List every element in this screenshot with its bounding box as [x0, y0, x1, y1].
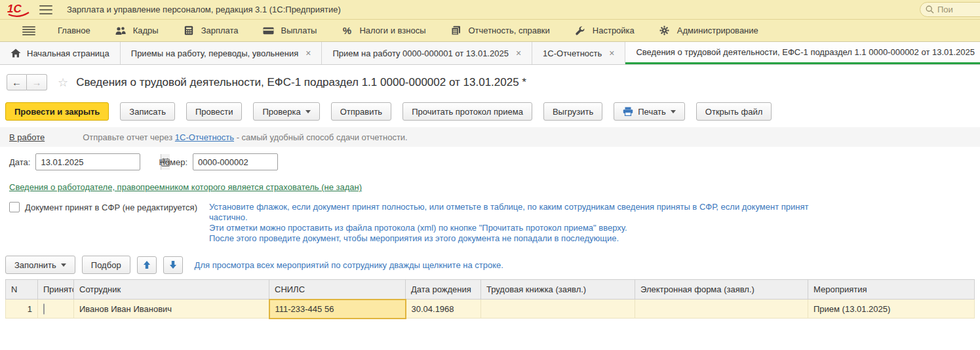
tab-home[interactable]: Начальная страница: [0, 42, 121, 64]
menu-item-staff[interactable]: Кадры: [104, 20, 169, 42]
read-protocol-button[interactable]: Прочитать протокол приема: [402, 102, 532, 121]
fill-menu-button[interactable]: Заполнить: [5, 256, 75, 274]
number-field-wrap: [193, 153, 278, 170]
menu-item-salary[interactable]: Зарплата: [172, 20, 249, 42]
menu-item-settings[interactable]: Настройка: [563, 20, 645, 42]
table-row[interactable]: 1 Иванов Иван Иванович 111-233-445 56 30…: [6, 300, 975, 319]
hint-suffix: - самый удобный способ сдачи отчетности.: [234, 132, 408, 142]
check-menu-button[interactable]: Проверка: [253, 102, 319, 121]
accepted-checkbox[interactable]: [9, 202, 20, 212]
pick-button[interactable]: Подбор: [82, 256, 130, 274]
hint-prefix: Отправьте отчет через: [83, 132, 175, 142]
tab-label: Начальная страница: [27, 49, 109, 58]
send-hint-text: Отправьте отчет через 1С-Отчетность - са…: [83, 132, 408, 142]
cell-electronic-form[interactable]: [635, 300, 808, 319]
home-icon: [10, 49, 21, 58]
menu-label: Кадры: [133, 26, 159, 35]
info-line: частично.: [209, 212, 808, 223]
percent-icon: %: [340, 25, 353, 36]
menu-item-reports[interactable]: Отчетность, справки: [439, 20, 560, 42]
chevron-down-icon: [671, 110, 676, 113]
accepted-row: Документ принят в СФР (не редактируется)…: [0, 196, 980, 246]
main-menu-icon[interactable]: [39, 5, 52, 14]
chevron-down-icon: [61, 263, 66, 267]
arrow-up-icon: [143, 260, 151, 269]
send-button[interactable]: Отправить: [331, 102, 391, 121]
save-button[interactable]: Записать: [120, 102, 175, 121]
menu-item-administration[interactable]: Администрирование: [648, 20, 769, 42]
menu-label: Выплаты: [281, 26, 317, 35]
window-title: Зарплата и управление персоналом, редакц…: [67, 5, 341, 14]
people-icon: [114, 26, 127, 35]
print-menu-button[interactable]: Печать: [614, 102, 685, 121]
column-header-n[interactable]: N: [6, 280, 38, 300]
column-header-birthdate[interactable]: Дата рождения: [406, 280, 481, 300]
close-icon[interactable]: ×: [516, 48, 521, 58]
cell-workbook[interactable]: [481, 300, 635, 319]
column-header-events[interactable]: Мероприятия: [808, 280, 975, 300]
column-header-electronic-form[interactable]: Электронная форма (заявл.): [635, 280, 808, 300]
column-header-employee[interactable]: Сотрудник: [74, 280, 269, 300]
tab-hire-document[interactable]: Прием на работу 0000-000001 от 13.01.202…: [322, 42, 532, 64]
menu-item-taxes[interactable]: % Налоги и взносы: [330, 20, 436, 42]
global-search-input[interactable]: Пои: [920, 2, 980, 17]
cell-row-number[interactable]: 1: [6, 300, 38, 319]
cell-birthdate[interactable]: 30.04.1968: [406, 300, 481, 319]
info-line: Установите флажок, если документ принят …: [209, 202, 808, 212]
button-label: Прочитать протокол приема: [412, 107, 523, 117]
button-label: Открыть файл: [705, 107, 762, 117]
document-state-link[interactable]: В работе: [9, 132, 45, 142]
tab-hires-transfers[interactable]: Приемы на работу, переводы, увольнения ×: [121, 42, 323, 64]
command-toolbar: Провести и закрыть Записать Провести Про…: [0, 97, 980, 127]
menu-item-payments[interactable]: Выплаты: [252, 20, 328, 42]
documents-icon: [450, 26, 463, 35]
forward-button[interactable]: →: [27, 74, 47, 90]
column-header-accepted[interactable]: Принято: [38, 280, 74, 300]
sections-menubar: Главное Кадры Зарплата: [0, 20, 980, 42]
button-label: Отправить: [340, 107, 382, 117]
back-button[interactable]: ←: [7, 74, 27, 90]
post-button[interactable]: Провести: [186, 102, 243, 121]
employer-successor-link[interactable]: Сведения о работодателе, правопреемником…: [9, 182, 362, 192]
column-header-snils[interactable]: СНИЛС: [269, 280, 406, 300]
column-header-workbook[interactable]: Трудовая книжка (заявл.): [481, 280, 635, 300]
table-toolbar: Заполнить Подбор Для просмотра всех меро…: [0, 246, 980, 279]
tab-efs1-document[interactable]: Сведения о трудовой деятельности, ЕФС-1 …: [625, 42, 980, 64]
1c-reporting-link[interactable]: 1С-Отчетность: [175, 132, 234, 142]
number-input[interactable]: [193, 154, 318, 170]
calculator-icon: [182, 26, 195, 35]
export-button[interactable]: Выгрузить: [543, 102, 602, 121]
tab-label: Приемы на работу, переводы, увольнения: [131, 49, 298, 58]
tab-1c-reporting[interactable]: 1С-Отчетность ×: [532, 42, 625, 64]
menu-label: Отчетность, справки: [469, 26, 550, 35]
document-header: ← → ☆ Сведения о трудовой деятельности, …: [0, 65, 980, 97]
date-input[interactable]: [36, 154, 161, 170]
move-up-button[interactable]: [137, 256, 157, 274]
open-file-button[interactable]: Открыть файл: [696, 102, 772, 121]
status-strip: В работе Отправьте отчет через 1С-Отчетн…: [0, 127, 980, 147]
cell-snils-active[interactable]: 111-233-445 56: [269, 300, 406, 319]
close-icon[interactable]: ×: [609, 48, 614, 58]
button-label: Записать: [129, 107, 166, 117]
cell-events[interactable]: Прием (13.01.2025): [808, 300, 975, 319]
favorite-star-icon[interactable]: ☆: [58, 75, 68, 90]
open-windows-tabstrip: Начальная страница Приемы на работу, пер…: [0, 42, 980, 65]
sections-list-icon[interactable]: [22, 26, 35, 35]
svg-text:1С: 1С: [7, 3, 22, 15]
cell-accepted[interactable]: [38, 300, 74, 319]
button-label: Подбор: [91, 260, 121, 270]
date-label: Дата:: [9, 157, 30, 167]
info-line: После этого проведите документ, чтобы ме…: [209, 233, 808, 244]
post-and-close-button[interactable]: Провести и закрыть: [5, 102, 109, 121]
move-down-button[interactable]: [163, 256, 183, 274]
wrench-icon: [574, 26, 587, 35]
arrow-down-icon: [169, 260, 177, 269]
menu-label: Зарплата: [201, 26, 239, 35]
menu-item-main[interactable]: Главное: [47, 20, 101, 42]
cell-employee[interactable]: Иванов Иван Иванович: [74, 300, 269, 319]
close-icon[interactable]: ×: [305, 48, 311, 58]
1c-logo-icon: 1С: [7, 3, 30, 17]
row-accepted-checkbox[interactable]: [43, 303, 45, 315]
accepted-info-text: Установите флажок, если документ принят …: [206, 202, 808, 244]
accepted-checkbox-label: Документ принят в СФР (не редактируется): [25, 203, 197, 212]
